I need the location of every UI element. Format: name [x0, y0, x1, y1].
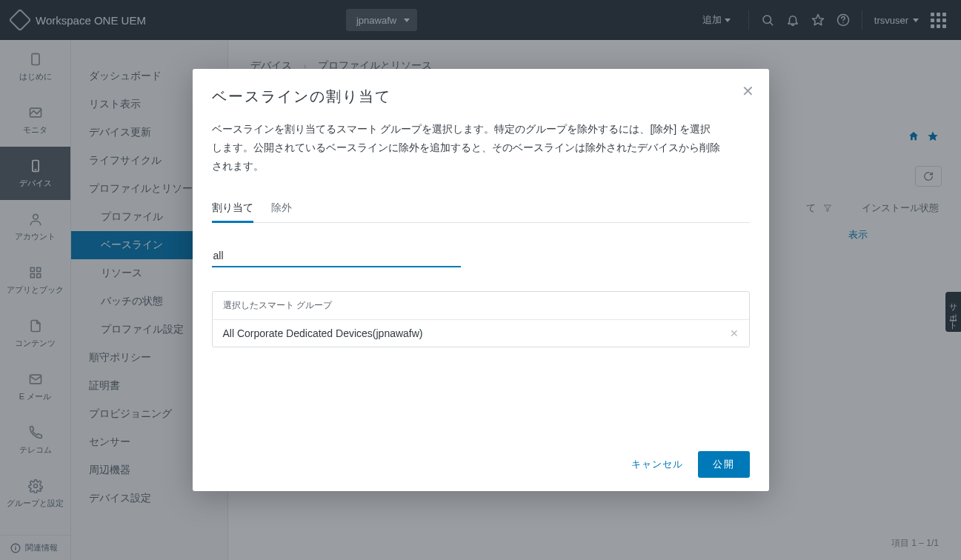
remove-smartgroup-icon[interactable]: ✕ [730, 327, 739, 339]
modal-tabs: 割り当て 除外 [212, 196, 750, 223]
modal-description: ベースラインを割り当てるスマート グループを選択します。特定のグループを除外する… [212, 120, 750, 176]
modal-overlay: ✕ ベースラインの割り当て ベースラインを割り当てるスマート グループを選択しま… [0, 0, 961, 560]
smartgroup-name: All Corporate Dedicated Devices(jpnawafw… [223, 327, 423, 339]
cancel-button[interactable]: キャンセル [631, 458, 683, 471]
tab-assign[interactable]: 割り当て [212, 196, 253, 223]
selected-smartgroups-box: 選択したスマート グループ All Corporate Dedicated De… [212, 291, 750, 347]
assign-baseline-modal: ✕ ベースラインの割り当て ベースラインを割り当てるスマート グループを選択しま… [193, 69, 769, 491]
smartgroup-search-input[interactable] [212, 245, 461, 267]
modal-title: ベースラインの割り当て [212, 87, 750, 107]
selected-smartgroups-header: 選択したスマート グループ [213, 292, 749, 320]
publish-button[interactable]: 公開 [698, 451, 750, 478]
selected-smartgroup-row: All Corporate Dedicated Devices(jpnawafw… [213, 320, 749, 347]
tab-exclude[interactable]: 除外 [271, 196, 292, 222]
modal-footer: キャンセル 公開 [212, 436, 750, 478]
close-icon[interactable]: ✕ [742, 82, 754, 100]
